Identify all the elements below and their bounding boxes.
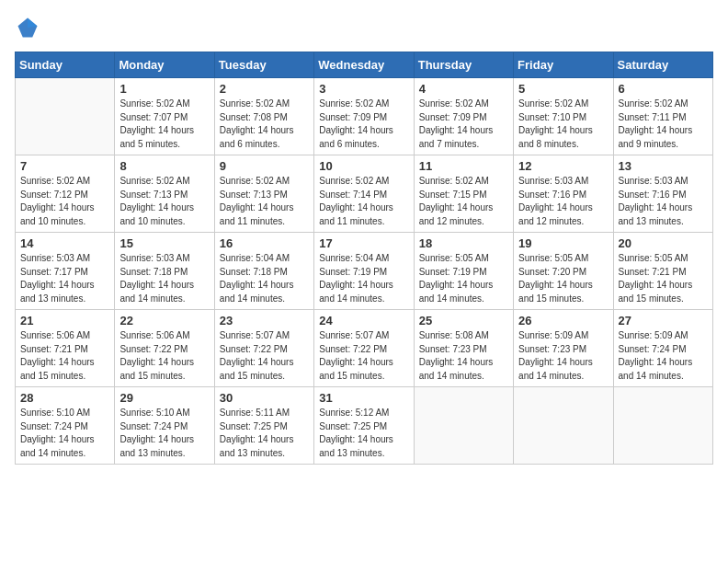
- calendar-week-row: 21Sunrise: 5:06 AM Sunset: 7:21 PM Dayli…: [16, 310, 713, 387]
- calendar-day-cell: 29Sunrise: 5:10 AM Sunset: 7:24 PM Dayli…: [115, 387, 214, 465]
- calendar-day-cell: 7Sunrise: 5:02 AM Sunset: 7:12 PM Daylig…: [16, 155, 115, 233]
- calendar-day-cell: 11Sunrise: 5:02 AM Sunset: 7:15 PM Dayli…: [414, 155, 513, 233]
- day-info: Sunrise: 5:02 AM Sunset: 7:14 PM Dayligh…: [319, 175, 408, 228]
- day-info: Sunrise: 5:10 AM Sunset: 7:24 PM Dayligh…: [20, 407, 109, 460]
- day-info: Sunrise: 5:10 AM Sunset: 7:24 PM Dayligh…: [119, 407, 209, 460]
- day-number: 25: [419, 314, 508, 327]
- day-info: Sunrise: 5:12 AM Sunset: 7:25 PM Dayligh…: [319, 407, 408, 460]
- calendar-col-header: Tuesday: [214, 52, 313, 78]
- day-info: Sunrise: 5:02 AM Sunset: 7:12 PM Dayligh…: [20, 175, 109, 228]
- page-header: [15, 15, 713, 40]
- day-info: Sunrise: 5:02 AM Sunset: 7:09 PM Dayligh…: [419, 98, 508, 151]
- day-number: 12: [518, 159, 608, 173]
- day-number: 23: [220, 314, 309, 327]
- day-number: 21: [20, 314, 109, 327]
- calendar-day-cell: 1Sunrise: 5:02 AM Sunset: 7:07 PM Daylig…: [115, 78, 214, 155]
- day-number: 19: [518, 236, 608, 250]
- day-info: Sunrise: 5:02 AM Sunset: 7:07 PM Dayligh…: [119, 98, 209, 151]
- day-info: Sunrise: 5:08 AM Sunset: 7:23 PM Dayligh…: [419, 329, 508, 383]
- calendar-day-cell: 3Sunrise: 5:02 AM Sunset: 7:09 PM Daylig…: [314, 78, 414, 155]
- calendar-day-cell: 27Sunrise: 5:09 AM Sunset: 7:24 PM Dayli…: [613, 310, 712, 387]
- calendar-col-header: Sunday: [16, 52, 115, 78]
- day-info: Sunrise: 5:04 AM Sunset: 7:18 PM Dayligh…: [220, 252, 309, 305]
- calendar-day-cell: 5Sunrise: 5:02 AM Sunset: 7:10 PM Daylig…: [514, 78, 613, 155]
- day-info: Sunrise: 5:09 AM Sunset: 7:24 PM Dayligh…: [619, 329, 708, 383]
- calendar-day-cell: 8Sunrise: 5:02 AM Sunset: 7:13 PM Daylig…: [115, 155, 214, 233]
- calendar-week-row: 28Sunrise: 5:10 AM Sunset: 7:24 PM Dayli…: [16, 387, 713, 465]
- day-number: 10: [319, 159, 408, 173]
- day-info: Sunrise: 5:03 AM Sunset: 7:16 PM Dayligh…: [518, 175, 608, 228]
- day-info: Sunrise: 5:03 AM Sunset: 7:16 PM Dayligh…: [619, 175, 708, 228]
- logo-icon: [15, 15, 40, 40]
- calendar-col-header: Wednesday: [314, 52, 414, 78]
- calendar-day-cell: 15Sunrise: 5:03 AM Sunset: 7:18 PM Dayli…: [115, 233, 214, 310]
- day-number: 1: [119, 82, 209, 96]
- day-number: 17: [319, 236, 408, 250]
- day-info: Sunrise: 5:11 AM Sunset: 7:25 PM Dayligh…: [220, 407, 309, 460]
- calendar-header-row: SundayMondayTuesdayWednesdayThursdayFrid…: [16, 52, 713, 78]
- day-number: 3: [319, 82, 408, 96]
- day-info: Sunrise: 5:09 AM Sunset: 7:23 PM Dayligh…: [518, 329, 608, 383]
- day-info: Sunrise: 5:04 AM Sunset: 7:19 PM Dayligh…: [319, 252, 408, 305]
- calendar-day-cell: 2Sunrise: 5:02 AM Sunset: 7:08 PM Daylig…: [214, 78, 313, 155]
- day-number: 27: [619, 314, 708, 327]
- calendar-day-cell: 12Sunrise: 5:03 AM Sunset: 7:16 PM Dayli…: [514, 155, 613, 233]
- day-number: 8: [119, 159, 209, 173]
- day-info: Sunrise: 5:07 AM Sunset: 7:22 PM Dayligh…: [220, 329, 309, 383]
- day-number: 14: [20, 236, 109, 250]
- calendar-col-header: Friday: [514, 52, 613, 78]
- calendar-day-cell: [414, 387, 513, 465]
- calendar-day-cell: 28Sunrise: 5:10 AM Sunset: 7:24 PM Dayli…: [16, 387, 115, 465]
- day-info: Sunrise: 5:02 AM Sunset: 7:09 PM Dayligh…: [319, 98, 408, 151]
- calendar-col-header: Thursday: [414, 52, 513, 78]
- day-info: Sunrise: 5:02 AM Sunset: 7:13 PM Dayligh…: [119, 175, 209, 228]
- day-info: Sunrise: 5:02 AM Sunset: 7:08 PM Dayligh…: [220, 98, 309, 151]
- calendar-day-cell: 13Sunrise: 5:03 AM Sunset: 7:16 PM Dayli…: [613, 155, 712, 233]
- calendar-day-cell: 22Sunrise: 5:06 AM Sunset: 7:22 PM Dayli…: [115, 310, 214, 387]
- calendar-day-cell: 18Sunrise: 5:05 AM Sunset: 7:19 PM Dayli…: [414, 233, 513, 310]
- calendar-day-cell: 24Sunrise: 5:07 AM Sunset: 7:22 PM Dayli…: [314, 310, 414, 387]
- calendar-day-cell: 30Sunrise: 5:11 AM Sunset: 7:25 PM Dayli…: [214, 387, 313, 465]
- calendar-day-cell: [514, 387, 613, 465]
- day-info: Sunrise: 5:05 AM Sunset: 7:19 PM Dayligh…: [419, 252, 508, 305]
- svg-marker-1: [28, 18, 38, 29]
- calendar-day-cell: 17Sunrise: 5:04 AM Sunset: 7:19 PM Dayli…: [314, 233, 414, 310]
- calendar-day-cell: [613, 387, 712, 465]
- day-info: Sunrise: 5:03 AM Sunset: 7:18 PM Dayligh…: [119, 252, 209, 305]
- calendar-day-cell: 26Sunrise: 5:09 AM Sunset: 7:23 PM Dayli…: [514, 310, 613, 387]
- calendar-day-cell: 21Sunrise: 5:06 AM Sunset: 7:21 PM Dayli…: [16, 310, 115, 387]
- calendar-day-cell: 10Sunrise: 5:02 AM Sunset: 7:14 PM Dayli…: [314, 155, 414, 233]
- calendar-day-cell: 20Sunrise: 5:05 AM Sunset: 7:21 PM Dayli…: [613, 233, 712, 310]
- calendar-day-cell: [16, 78, 115, 155]
- calendar-day-cell: 4Sunrise: 5:02 AM Sunset: 7:09 PM Daylig…: [414, 78, 513, 155]
- day-number: 26: [518, 314, 608, 327]
- calendar-col-header: Monday: [115, 52, 214, 78]
- day-number: 20: [619, 236, 708, 250]
- day-info: Sunrise: 5:03 AM Sunset: 7:17 PM Dayligh…: [20, 252, 109, 305]
- day-number: 16: [220, 236, 309, 250]
- calendar-day-cell: 9Sunrise: 5:02 AM Sunset: 7:13 PM Daylig…: [214, 155, 313, 233]
- day-number: 7: [20, 159, 109, 173]
- day-number: 31: [319, 391, 408, 405]
- day-number: 22: [119, 314, 209, 327]
- calendar-day-cell: 23Sunrise: 5:07 AM Sunset: 7:22 PM Dayli…: [214, 310, 313, 387]
- calendar-day-cell: 19Sunrise: 5:05 AM Sunset: 7:20 PM Dayli…: [514, 233, 613, 310]
- day-number: 29: [119, 391, 209, 405]
- calendar-col-header: Saturday: [613, 52, 712, 78]
- calendar-table: SundayMondayTuesdayWednesdayThursdayFrid…: [15, 52, 713, 465]
- calendar-day-cell: 16Sunrise: 5:04 AM Sunset: 7:18 PM Dayli…: [214, 233, 313, 310]
- day-info: Sunrise: 5:07 AM Sunset: 7:22 PM Dayligh…: [319, 329, 408, 383]
- day-number: 30: [220, 391, 309, 405]
- day-number: 6: [619, 82, 708, 96]
- calendar-body: 1Sunrise: 5:02 AM Sunset: 7:07 PM Daylig…: [16, 78, 713, 465]
- calendar-day-cell: 25Sunrise: 5:08 AM Sunset: 7:23 PM Dayli…: [414, 310, 513, 387]
- day-info: Sunrise: 5:06 AM Sunset: 7:22 PM Dayligh…: [119, 329, 209, 383]
- logo: [15, 15, 44, 40]
- day-info: Sunrise: 5:06 AM Sunset: 7:21 PM Dayligh…: [20, 329, 109, 383]
- day-number: 13: [619, 159, 708, 173]
- day-info: Sunrise: 5:02 AM Sunset: 7:15 PM Dayligh…: [419, 175, 508, 228]
- day-info: Sunrise: 5:02 AM Sunset: 7:11 PM Dayligh…: [619, 98, 708, 151]
- calendar-day-cell: 14Sunrise: 5:03 AM Sunset: 7:17 PM Dayli…: [16, 233, 115, 310]
- calendar-week-row: 14Sunrise: 5:03 AM Sunset: 7:17 PM Dayli…: [16, 233, 713, 310]
- calendar-week-row: 7Sunrise: 5:02 AM Sunset: 7:12 PM Daylig…: [16, 155, 713, 233]
